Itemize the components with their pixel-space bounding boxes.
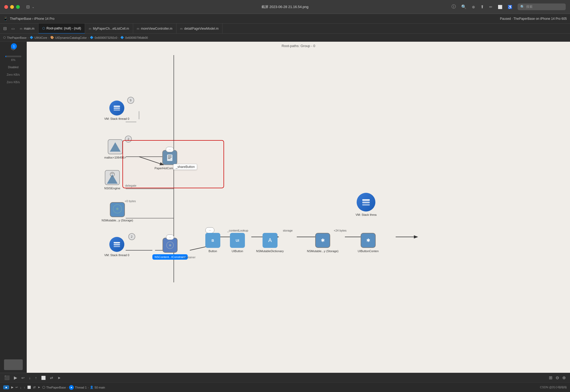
minimize-button[interactable]: [10, 5, 14, 9]
zoom-out-icon[interactable]: 🔍: [461, 4, 467, 9]
tab-bar: ⊟ ‹ › m main.m ⬡ Root-paths: (null) - (n…: [0, 24, 570, 34]
status-main[interactable]: 50 main: [95, 386, 105, 389]
vm-stack-icon-bottom: [109, 237, 124, 252]
tab-moreview[interactable]: m moreViewController.m: [133, 24, 176, 34]
tab-main[interactable]: m main.m: [16, 24, 38, 34]
toolbar-icon-2[interactable]: ↩: [21, 376, 25, 380]
accessibility-icon[interactable]: ♿: [508, 5, 512, 9]
svg-rect-22: [114, 244, 120, 245]
status-icon-2[interactable]: ↩: [16, 386, 18, 389]
paper-cell-icon: [162, 150, 177, 165]
sidebar-icon[interactable]: ⊟: [26, 4, 30, 9]
vm-stack-bottom-badge-val: 2: [131, 235, 132, 238]
malloc-label: malloc<106496>: [104, 156, 126, 159]
storage-label: storage: [283, 229, 293, 232]
info-icon[interactable]: ⓘ: [452, 4, 456, 10]
window-icon[interactable]: ⬜: [498, 5, 502, 9]
tab-label-root: Root-paths: (null) - (null): [47, 26, 81, 30]
search-bar[interactable]: 🔍 搜索: [518, 3, 566, 10]
toolbar-icon-1[interactable]: ▶: [14, 375, 17, 380]
breadcrumb-item-2[interactable]: UIDynamicCatalogColor: [55, 36, 87, 39]
svg-rect-15: [114, 106, 120, 107]
nsis-refresh-icon2: ✱: [112, 204, 123, 215]
breadcrumb-item-0[interactable]: ThePaperBase: [7, 36, 26, 39]
nscontent-icon: ✱: [163, 238, 178, 253]
node-vm-stack-right[interactable]: VM: Stack threa: [356, 193, 376, 216]
toolbar-icon-4[interactable]: ↑: [35, 376, 37, 380]
toolbar-icon-3[interactable]: ↓: [29, 376, 31, 380]
svg-rect-29: [168, 158, 171, 159]
uibuttoncontent-icon: ✱: [361, 233, 376, 248]
breadcrumb-item-1[interactable]: UIKitCore: [34, 36, 47, 39]
node-nsmutable-storage[interactable]: +0 bytes ✱ NSMutable...y (Storage): [102, 202, 133, 222]
breadcrumb-icon-4: 🔷: [120, 36, 124, 39]
status-app: ⬡ ThePaperBase › ● Thread 1 › 👤 50 main: [42, 385, 105, 390]
breadcrumb-item-3[interactable]: 0x6000073292c0: [95, 36, 117, 39]
vm-stack-right-icon: [357, 193, 375, 212]
nav-forward[interactable]: ›: [13, 26, 15, 31]
node-nsmutable-dict[interactable]: A NSMutableDictionary: [256, 233, 284, 253]
status-icon-5[interactable]: ⬜: [27, 386, 31, 389]
tab-nav[interactable]: ‹ ›: [10, 26, 16, 31]
paper-cell-dots: ···: [166, 147, 174, 152]
status-thread[interactable]: Thread 1: [75, 386, 87, 389]
tab-detailpage[interactable]: m detailPageViewModel.m: [176, 24, 223, 34]
sidebar-item-badge[interactable]: ⬡ 1: [11, 44, 16, 51]
nsmutable-label: NSMutable...y (Storage): [102, 219, 133, 222]
tab-mypaper[interactable]: m MyPaperCh...elListCell.m: [85, 24, 133, 34]
share-icon[interactable]: ⬆: [480, 4, 484, 9]
zoom-in-icon[interactable]: ⊕: [562, 375, 566, 380]
canvas-area[interactable]: Root-paths: Group - 0: [27, 42, 570, 373]
nav-back[interactable]: ‹: [11, 26, 13, 31]
status-icon-7[interactable]: ➤: [38, 386, 40, 389]
nsmutable-icon: ✱: [110, 202, 125, 217]
node-uibutton[interactable]: UI UIButton: [230, 233, 245, 253]
plus24-label: +24 bytes: [334, 229, 346, 232]
toolbar-icon-7[interactable]: ➤: [57, 376, 61, 380]
node-nsmutable-storage2[interactable]: ✱ NSMutable...y (Storage): [307, 233, 338, 253]
node-vm-stack-top[interactable]: 9 VM: Stack thread 0: [104, 101, 129, 120]
toolbar-icon-6[interactable]: ⇄: [50, 376, 53, 380]
node-vm-stack-bottom[interactable]: 2 VM: Stack thread 0: [104, 237, 129, 257]
breadcrumb-sep-2: ›: [88, 36, 89, 39]
maximize-button[interactable]: [16, 5, 20, 9]
nsis-icon: [105, 170, 120, 185]
sidebar-scroll-thumb[interactable]: [4, 359, 23, 370]
svg-rect-26: [167, 155, 172, 161]
toolbar-icon-5[interactable]: ⬜: [41, 376, 46, 380]
toolbar-icon-0[interactable]: ⬛: [4, 375, 10, 380]
status-icon-6[interactable]: ⇄: [33, 386, 36, 389]
titlebar-icons: ⓘ 🔍 ⊕ ⬆ ✏ ⬜ ♿ 🔍 搜索: [452, 3, 566, 10]
node-nsis[interactable]: NSISEngine: [104, 170, 120, 190]
tab-root-paths[interactable]: ⬡ Root-paths: (null) - (null): [38, 24, 85, 34]
main-layout: ⬡ 1 6% Disabled Zero KB/s Zero KB/s Root…: [0, 42, 570, 373]
status-icon-3[interactable]: ↓: [20, 386, 22, 389]
svg-rect-16: [114, 107, 120, 109]
status-sep-1: ›: [67, 386, 68, 389]
nsmutable-dict-label: NSMutableDictionary: [256, 249, 284, 253]
node-uibuttoncontent[interactable]: ✱ UIButtonConten: [358, 233, 379, 253]
zoom-in-icon[interactable]: ⊕: [472, 5, 475, 9]
svg-text:✱: ✱: [366, 238, 370, 243]
node-button[interactable]: B Button: [205, 233, 220, 253]
zoom-fit-icon[interactable]: ⊞: [549, 375, 552, 380]
node-malloc[interactable]: 2 malloc<106496>: [104, 139, 126, 159]
tab-icon-moreview: m: [137, 27, 139, 30]
status-icon-4[interactable]: ↑: [24, 386, 25, 389]
svg-text:A: A: [268, 237, 272, 243]
breadcrumb-item-4[interactable]: 0x60000796db00: [125, 36, 148, 39]
zoom-out-icon[interactable]: ⊖: [556, 375, 559, 380]
pencil-icon[interactable]: ✏: [489, 5, 492, 9]
sidebar-badge: 1: [11, 43, 17, 49]
status-icon-1[interactable]: ▶: [11, 386, 13, 389]
button-label: Button: [209, 249, 217, 253]
nsmutable-storage2-icon: ✱: [315, 233, 330, 248]
breadcrumb-sep-1: ›: [48, 36, 49, 39]
svg-rect-17: [114, 109, 120, 111]
status-btn-blue[interactable]: ■: [3, 385, 9, 389]
sidebar-percent-value: 6%: [11, 58, 16, 62]
close-button[interactable]: [4, 5, 8, 9]
chevron-down-icon[interactable]: ⌄: [32, 5, 34, 9]
sidebar-toggle[interactable]: ⊟: [0, 26, 10, 31]
uibuttoncontent-label: UIButtonConten: [358, 249, 379, 253]
